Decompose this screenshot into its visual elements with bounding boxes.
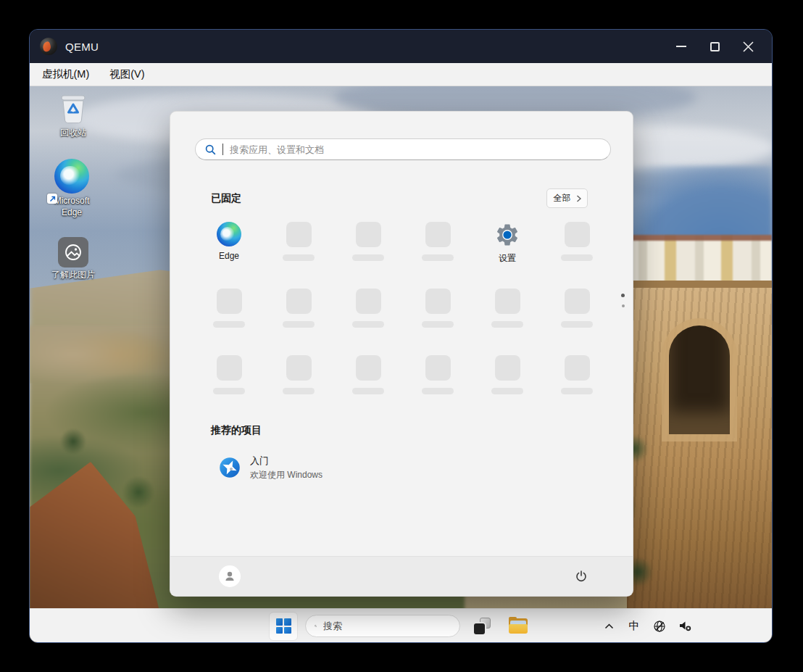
- edge-logo-icon: [217, 222, 241, 246]
- start-button[interactable]: [269, 612, 298, 641]
- user-avatar-icon: [223, 570, 236, 583]
- minimize-button[interactable]: [665, 33, 698, 60]
- pinned-app-placeholder[interactable]: [333, 217, 403, 284]
- menu-item-view[interactable]: 视图(V): [109, 67, 144, 81]
- pinned-app-placeholder[interactable]: [333, 284, 403, 351]
- pinned-app-placeholder[interactable]: [473, 351, 542, 418]
- maximize-icon: [710, 42, 720, 51]
- page-dot-active[interactable]: [621, 294, 625, 297]
- tray-overflow-button[interactable]: [602, 615, 616, 638]
- start-search-input[interactable]: [230, 144, 601, 155]
- edge-logo-icon: [54, 159, 89, 194]
- settings-gear-icon: [494, 222, 520, 248]
- picture-info-icon: [58, 237, 88, 267]
- ime-indicator[interactable]: 中: [627, 615, 641, 638]
- windows-logo-icon: [276, 618, 291, 634]
- pinned-app-label: 设置: [499, 252, 516, 265]
- file-explorer-button[interactable]: [504, 612, 533, 641]
- desktop-icon-learn-about-picture[interactable]: 了解此图片: [44, 237, 102, 281]
- taskbar-search-input[interactable]: [323, 621, 451, 631]
- taskbar: 中: [30, 608, 772, 643]
- get-started-icon: [219, 457, 241, 478]
- file-explorer-icon: [509, 618, 528, 634]
- desktop-icon-label: 回收站: [60, 128, 86, 139]
- pinned-app-edge[interactable]: Edge: [194, 217, 264, 284]
- desktop-icon-recycle-bin[interactable]: 回收站: [44, 92, 102, 139]
- qemu-window: QEMU 虚拟机(M) 视图(V): [29, 29, 773, 643]
- pinned-app-placeholder[interactable]: [194, 284, 264, 351]
- pinned-app-placeholder[interactable]: [542, 284, 612, 351]
- close-icon: [743, 41, 754, 52]
- volume-button[interactable]: [678, 615, 692, 638]
- all-apps-button[interactable]: 全部: [546, 188, 588, 208]
- pinned-app-placeholder[interactable]: [473, 284, 542, 351]
- menu-item-virtual-machine[interactable]: 虚拟机(M): [42, 67, 89, 81]
- task-view-icon: [474, 618, 491, 634]
- pinned-page-dots[interactable]: [621, 294, 625, 307]
- recycle-bin-icon: [57, 92, 89, 125]
- text-caret: [222, 144, 223, 155]
- search-icon: [315, 621, 317, 631]
- task-view-button[interactable]: [467, 612, 496, 641]
- volume-muted-icon: [678, 620, 692, 632]
- recommended-item-title: 入门: [250, 455, 323, 468]
- desktop-icon-label: 了解此图片: [51, 270, 95, 281]
- desktop-icon-microsoft-edge[interactable]: Microsoft Edge: [43, 159, 101, 218]
- window-title: QEMU: [65, 41, 99, 53]
- power-button[interactable]: [572, 567, 591, 586]
- recommended-item-subtitle: 欢迎使用 Windows: [250, 469, 323, 481]
- qemu-logo-icon: [40, 38, 57, 55]
- pinned-app-placeholder[interactable]: [264, 217, 333, 284]
- taskbar-search-box[interactable]: [305, 615, 460, 637]
- pinned-app-placeholder[interactable]: [542, 217, 612, 284]
- close-button[interactable]: [731, 33, 765, 60]
- search-icon: [205, 144, 216, 155]
- pinned-app-placeholder[interactable]: [542, 351, 612, 418]
- pinned-app-placeholder[interactable]: [403, 217, 473, 284]
- pinned-app-settings[interactable]: 设置: [473, 217, 542, 284]
- pinned-app-placeholder[interactable]: [403, 284, 473, 351]
- maximize-button[interactable]: [698, 33, 731, 60]
- pinned-app-placeholder[interactable]: [403, 351, 473, 418]
- network-button[interactable]: [652, 615, 667, 638]
- chevron-up-icon: [604, 623, 614, 629]
- pinned-app-placeholder[interactable]: [194, 351, 264, 418]
- pinned-app-placeholder[interactable]: [264, 351, 333, 418]
- globe-offline-icon: [653, 620, 666, 633]
- pinned-app-label: Edge: [219, 251, 239, 261]
- vm-display: 回收站 Microsoft Edge 了解此图片: [30, 86, 772, 643]
- pinned-apps-grid: Edge 设置: [194, 217, 612, 418]
- start-menu-footer: [170, 556, 633, 596]
- recommended-section-header: 推荐的项目: [211, 424, 262, 437]
- shortcut-arrow-icon: [47, 194, 57, 204]
- start-menu: 已固定 全部 Edge: [170, 111, 633, 597]
- power-icon: [575, 570, 588, 583]
- system-tray: 中: [602, 609, 692, 643]
- pinned-app-placeholder[interactable]: [333, 351, 403, 418]
- page-dot[interactable]: [622, 304, 625, 307]
- titlebar: QEMU: [30, 30, 772, 63]
- chevron-right-icon: [576, 195, 581, 202]
- pinned-section-header: 已固定: [211, 192, 241, 205]
- menubar: 虚拟机(M) 视图(V): [30, 63, 772, 86]
- recommended-item-get-started[interactable]: 入门 欢迎使用 Windows: [211, 449, 443, 486]
- start-search-box[interactable]: [195, 138, 611, 160]
- user-account-button[interactable]: [219, 565, 241, 587]
- minimize-icon: [676, 46, 686, 47]
- pinned-app-placeholder[interactable]: [264, 284, 333, 351]
